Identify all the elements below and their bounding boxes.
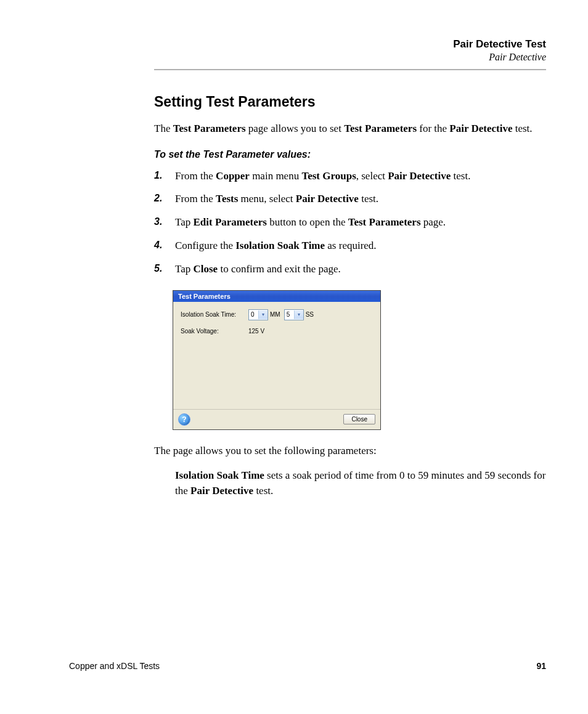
step-2: 2. From the Tests menu, select Pair Dete… [154, 192, 546, 206]
minutes-unit: MM [270, 311, 280, 318]
procedure-steps: 1. From the Copper main menu Test Groups… [154, 169, 546, 277]
help-icon[interactable]: ? [178, 413, 190, 426]
step-5: 5. Tap Close to confirm and exit the pag… [154, 262, 546, 277]
seconds-dropdown[interactable]: 5 ▾ [284, 309, 304, 320]
isolation-soak-time-label: Isolation Soak Time: [181, 311, 248, 318]
book-title: Copper and xDSL Tests [69, 661, 160, 671]
header-divider [154, 69, 546, 70]
procedure-title: To set the Test Parameter values: [154, 149, 546, 160]
minutes-dropdown[interactable]: 0 ▾ [248, 309, 268, 320]
seconds-unit: SS [306, 311, 314, 318]
chevron-down-icon: ▾ [294, 310, 303, 319]
dialog-titlebar: Test Parameters [173, 291, 380, 302]
step-number: 4. [154, 238, 162, 252]
step-number: 3. [154, 215, 162, 229]
soak-voltage-label: Soak Voltage: [181, 328, 248, 335]
step-number: 1. [154, 169, 162, 182]
close-button[interactable]: Close [343, 414, 375, 424]
step-number: 2. [154, 192, 162, 205]
after-dialog-text: The page allows you to set the following… [154, 444, 546, 459]
soak-voltage-value: 125 V [248, 328, 264, 335]
step-number: 5. [154, 262, 162, 275]
section-subtitle: Pair Detective [154, 52, 546, 63]
step-1: 1. From the Copper main menu Test Groups… [154, 169, 546, 184]
test-parameters-dialog: Test Parameters Isolation Soak Time: 0 ▾… [173, 290, 381, 430]
step-4: 4. Configure the Isolation Soak Time as … [154, 238, 546, 253]
dialog-body: Isolation Soak Time: 0 ▾ MM 5 ▾ SS Soak … [173, 302, 380, 409]
step-3: 3. Tap Edit Parameters button to open th… [154, 215, 546, 230]
page-heading: Setting Test Parameters [154, 94, 546, 110]
page-number: 91 [536, 661, 546, 671]
chapter-title: Pair Detective Test [154, 38, 546, 51]
chevron-down-icon: ▾ [258, 310, 267, 319]
page-footer: Copper and xDSL Tests 91 [69, 661, 546, 671]
parameter-description: Isolation Soak Time sets a soak period o… [154, 468, 546, 498]
intro-paragraph: The Test Parameters page allows you to s… [154, 121, 546, 137]
